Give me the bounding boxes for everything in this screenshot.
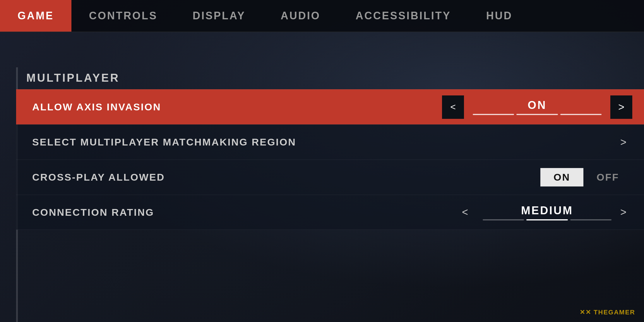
connection-slider-seg-2 — [526, 219, 568, 220]
slider-seg-2 — [516, 114, 558, 115]
allow-axis-invasion-right-arrow[interactable]: > — [610, 95, 632, 119]
allow-axis-invasion-left-arrow[interactable]: < — [442, 95, 464, 119]
allow-axis-invasion-control: < ON > — [442, 95, 632, 119]
tab-accessibility[interactable]: ACCESSIBILITY — [338, 0, 469, 32]
setting-row-allow-axis-invasion[interactable]: ALLOW AXIS INVASION < ON > — [16, 89, 644, 124]
cross-play-off-button[interactable]: OFF — [583, 168, 632, 186]
setting-row-connection-rating[interactable]: CONNECTION RATING < MEDIUM > — [16, 195, 644, 230]
matchmaking-region-control: > — [620, 136, 632, 148]
tab-game[interactable]: GAME — [0, 0, 71, 32]
connection-rating-label: CONNECTION RATING — [32, 207, 462, 218]
connection-rating-value: MEDIUM — [521, 204, 573, 217]
connection-rating-value-display: MEDIUM — [474, 204, 620, 220]
allow-axis-invasion-value: ON — [528, 99, 547, 112]
connection-slider-seg-1 — [483, 219, 524, 220]
allow-axis-invasion-slider — [473, 114, 602, 115]
settings-container: ALLOW AXIS INVASION < ON > SELECT MULTIP… — [16, 89, 644, 230]
tab-hud[interactable]: HUD — [469, 0, 530, 32]
connection-rating-slider — [483, 219, 612, 220]
matchmaking-region-label: SELECT MULTIPLAYER MATCHMAKING REGION — [32, 136, 620, 148]
tab-audio[interactable]: AUDIO — [263, 0, 338, 32]
tab-display[interactable]: DISPLAY — [175, 0, 263, 32]
allow-axis-invasion-label: ALLOW AXIS INVASION — [32, 101, 442, 113]
slider-seg-1 — [473, 114, 514, 115]
watermark-text: THEGAMER — [594, 309, 635, 316]
setting-row-cross-play[interactable]: CROSS-PLAY ALLOWED ON OFF — [16, 160, 644, 195]
slider-seg-3 — [560, 114, 602, 115]
tab-controls[interactable]: CONTROLS — [71, 0, 175, 32]
nav-bar: GAME CONTROLS DISPLAY AUDIO ACCESSIBILIT… — [0, 0, 644, 32]
connection-rating-control: < MEDIUM > — [462, 204, 632, 220]
connection-rating-left-arrow[interactable]: < — [462, 206, 474, 218]
cross-play-label: CROSS-PLAY ALLOWED — [32, 172, 540, 183]
connection-slider-seg-3 — [570, 219, 612, 220]
section-label: MULTIPLAYER — [26, 72, 120, 84]
watermark: ✕✕ THEGAMER — [580, 309, 635, 316]
matchmaking-region-right-arrow[interactable]: > — [620, 136, 632, 148]
cross-play-on-button[interactable]: ON — [540, 168, 583, 186]
cross-play-control: ON OFF — [540, 168, 632, 186]
allow-axis-invasion-value-display: ON — [464, 99, 610, 115]
watermark-icon: ✕✕ — [580, 309, 591, 316]
setting-row-matchmaking-region[interactable]: SELECT MULTIPLAYER MATCHMAKING REGION > — [16, 124, 644, 160]
connection-rating-right-arrow[interactable]: > — [620, 206, 632, 218]
